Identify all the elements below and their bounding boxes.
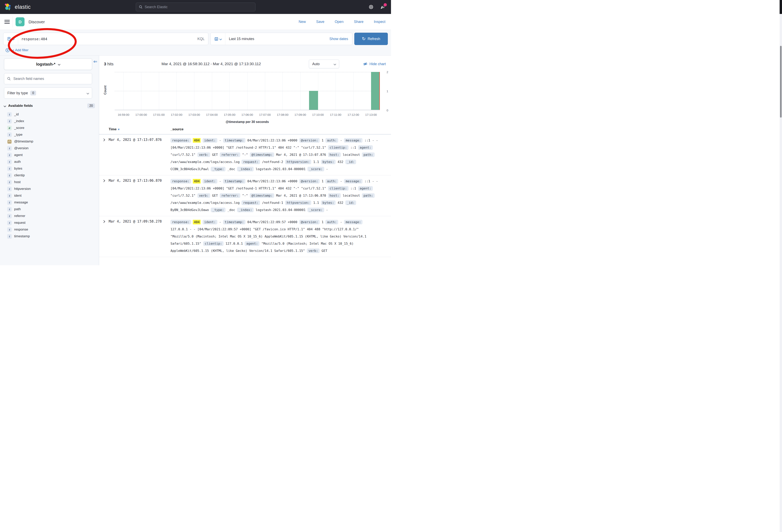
show-dates-button[interactable]: Show dates	[329, 37, 352, 41]
query-language-button[interactable]: KQL	[198, 37, 208, 41]
chevron-down-icon	[12, 38, 15, 40]
filter-by-type-select[interactable]: Filter by type 0	[4, 87, 92, 99]
field-value: Mar 4, 2021 @ 17:13:07.876	[276, 153, 326, 157]
chart-time-range: Mar 4, 2021 @ 16:58:30.112 - Mar 4, 2021…	[113, 62, 309, 66]
saved-query-menu-button[interactable]	[3, 33, 18, 45]
global-search-input[interactable]: Search Elastic	[136, 3, 255, 11]
refresh-button[interactable]: ↻ Refresh	[354, 33, 388, 45]
current-time-marker	[379, 72, 380, 110]
field-value: ByBN_3cB04dGovJLOawo	[171, 208, 209, 212]
filter-options-icon[interactable]	[5, 48, 10, 52]
field-label-pill: agent:	[358, 186, 373, 191]
field-label-pill: clientip:	[203, 241, 224, 246]
field-label-pill: referrer:	[220, 152, 240, 157]
calendar-icon	[7, 139, 12, 144]
histogram-bar[interactable]	[371, 72, 380, 110]
field-search-input[interactable]: Search field names	[4, 73, 92, 84]
brand[interactable]: elastic	[0, 3, 31, 11]
field-item[interactable]: tresponse	[4, 226, 95, 233]
field-type-text-icon: t	[7, 234, 12, 239]
field-label-pill: path:	[362, 193, 375, 198]
gridline	[115, 72, 380, 72]
field-value: -	[219, 139, 221, 142]
field-item[interactable]: t@version	[4, 145, 95, 152]
field-label-pill: bytes:	[321, 160, 336, 164]
field-value: 04/Mar/2021:22:13:06 +0000	[247, 139, 297, 142]
field-label-pill: host:	[328, 152, 341, 157]
field-item[interactable]: tbytes	[4, 165, 95, 172]
field-item[interactable]: thttpversion	[4, 186, 95, 192]
field-item[interactable]: tauth	[4, 158, 95, 165]
field-name: response	[14, 228, 28, 231]
field-item[interactable]: t_index	[4, 118, 95, 124]
inspect-button[interactable]: Inspect	[374, 20, 385, 24]
new-button[interactable]: New	[299, 20, 306, 24]
x-tick-label: 17:13:00	[365, 113, 377, 116]
field-value: 127.0.0.1	[225, 242, 243, 245]
field-item[interactable]: treferrer	[4, 213, 95, 219]
field-type-text-icon: t	[7, 180, 12, 185]
field-item[interactable]: t_id	[4, 111, 95, 118]
field-value: logstash-2021.03.04-000001	[256, 167, 306, 171]
field-name: clientip	[14, 173, 25, 177]
column-header-time[interactable]: Time ▼	[109, 127, 120, 131]
field-name: _id	[14, 112, 19, 116]
field-label-pill: ident:	[203, 138, 217, 143]
expand-row-icon[interactable]	[102, 139, 105, 141]
open-button[interactable]: Open	[335, 20, 344, 24]
x-tick-label: 17:04:00	[206, 113, 217, 116]
index-pattern-select[interactable]: logstash-*	[4, 59, 92, 70]
field-item[interactable]: #_score	[4, 124, 95, 131]
field-type-text-icon: t	[7, 193, 12, 198]
field-item[interactable]: tmessage	[4, 199, 95, 206]
row-time: Mar 4, 2021 @ 17:13:07.876	[109, 138, 162, 142]
histogram-bar[interactable]	[309, 91, 318, 110]
field-type-text-icon: t	[7, 112, 12, 117]
newsfeed-icon[interactable]	[380, 5, 385, 9]
menu-icon[interactable]	[4, 19, 10, 25]
field-item[interactable]: @timestamp	[4, 138, 95, 145]
date-quick-select-button[interactable]	[211, 33, 225, 45]
field-value: Mar 4, 2021 @ 17:13:06.870	[276, 194, 326, 197]
fields-sidebar: ⇐ logstash-* Search field names Filter b…	[0, 55, 99, 265]
field-item[interactable]: tclientip	[4, 172, 95, 179]
help-icon[interactable]	[369, 5, 374, 9]
chevron-down-icon	[58, 63, 61, 66]
x-tick-label: 17:11:00	[330, 113, 341, 116]
nav-actions: New Save Open Share Inspect	[299, 20, 391, 24]
app-icon-discover[interactable]: D	[15, 17, 25, 26]
x-axis-title: @timestamp per 30 seconds	[115, 120, 380, 124]
interval-select[interactable]: Auto	[309, 60, 339, 68]
row-time: Mar 4, 2021 @ 17:13:06.870	[109, 179, 162, 183]
expand-row-icon[interactable]	[102, 179, 105, 182]
field-item[interactable]: thost	[4, 179, 95, 186]
field-value: 432	[337, 201, 343, 205]
hide-chart-button[interactable]: Hide chart	[363, 62, 386, 66]
search-icon	[139, 5, 143, 9]
save-button[interactable]: Save	[316, 20, 324, 24]
available-fields-header[interactable]: Available fields 20	[4, 104, 95, 108]
gridline	[115, 91, 380, 91]
hits-count: 3 hits	[104, 62, 113, 66]
x-tick-label: 16:59:00	[118, 113, 129, 116]
field-label-pill: request:	[242, 160, 260, 164]
field-item[interactable]: trequest	[4, 219, 95, 226]
collapse-sidebar-icon[interactable]: ⇐	[93, 59, 97, 64]
expand-row-icon[interactable]	[102, 220, 105, 223]
field-item[interactable]: ttimestamp	[4, 233, 95, 240]
query-input[interactable]: response:404	[18, 37, 198, 41]
field-name: _score	[14, 126, 24, 130]
brand-name: elastic	[15, 4, 31, 10]
nav-bar: D Discover New Save Open Share Inspect	[0, 14, 391, 30]
share-button[interactable]: Share	[354, 20, 363, 24]
field-value: 432	[337, 160, 343, 164]
field-value: 1	[322, 139, 324, 142]
field-item[interactable]: tpath	[4, 206, 95, 213]
field-item[interactable]: tagent	[4, 152, 95, 158]
time-range-value[interactable]: Last 15 minutes	[225, 37, 254, 41]
field-item[interactable]: tident	[4, 192, 95, 199]
field-value: ::1	[350, 146, 356, 149]
add-filter-button[interactable]: + Add filter	[12, 48, 29, 52]
field-item[interactable]: t_type	[4, 131, 95, 138]
field-label-pill: clientip:	[328, 145, 349, 150]
